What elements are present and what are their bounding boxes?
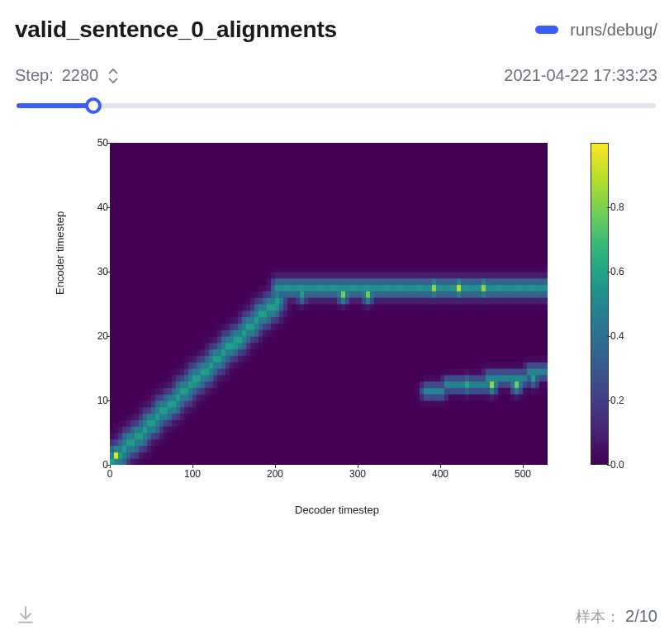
sample-current: 2: [625, 607, 634, 625]
y-axis-label: Encoder timestep: [54, 211, 66, 295]
colorbar: [591, 143, 609, 465]
slider-track: [17, 103, 656, 108]
step-timestamp: 2021-04-22 17:33:23: [504, 66, 657, 85]
step-slider[interactable]: [17, 97, 656, 113]
slider-fill: [17, 103, 93, 108]
slider-thumb[interactable]: [85, 97, 102, 114]
page-title: valid_sentence_0_alignments: [15, 17, 337, 43]
step-display[interactable]: Step: 2280: [15, 66, 120, 85]
download-icon[interactable]: [15, 604, 36, 629]
footer: 样本： 2/10: [15, 604, 657, 629]
step-row: Step: 2280 2021-04-22 17:33:23: [15, 66, 657, 85]
chart: Encoder timestep Decoder timestep 010203…: [15, 138, 657, 518]
heatmap-canvas: [110, 143, 548, 465]
x-axis-label: Decoder timestep: [295, 504, 379, 516]
header: valid_sentence_0_alignments runs/debug/: [15, 17, 657, 43]
run-color-swatch: [535, 26, 558, 34]
run-tag[interactable]: runs/debug/: [535, 21, 657, 40]
colorbar-ticks: 0.00.20.40.60.8: [610, 143, 625, 465]
sample-total: 10: [639, 607, 657, 625]
step-value: 2280: [62, 66, 99, 85]
step-sort-icon[interactable]: [107, 68, 120, 84]
step-prefix: Step:: [15, 66, 54, 85]
y-axis-ticks: 01020304050: [83, 143, 108, 465]
run-name: runs/debug/: [570, 21, 657, 40]
sample-label: 样本：: [576, 607, 620, 627]
sample-counter: 样本： 2/10: [576, 607, 657, 627]
heatmap-plot: [110, 143, 548, 465]
